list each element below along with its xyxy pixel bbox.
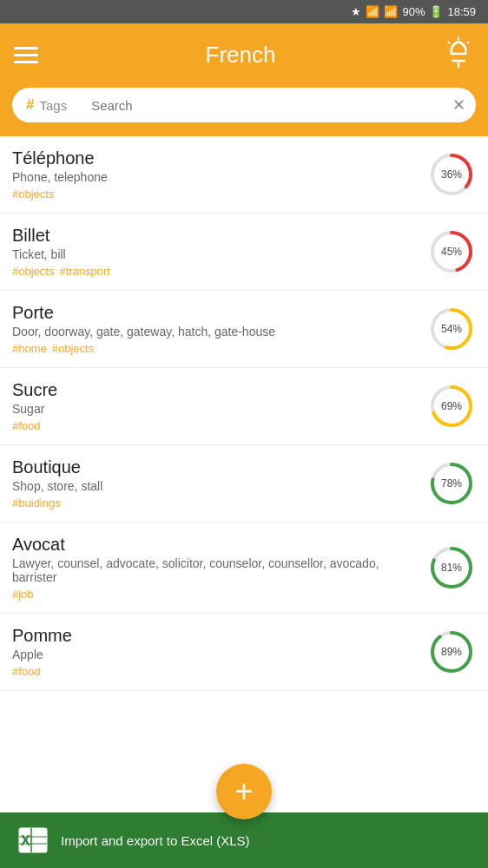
word-tags: #job [12,588,417,601]
tags-label: Tags [39,98,67,113]
page-title: French [206,42,276,69]
word-translation: Lawyer, counsel, advocate, solicitor, co… [12,556,417,584]
svg-text:X: X [21,833,30,848]
word-tags: #home#objects [12,342,417,355]
word-content: Téléphone Phone, telephone #objects [12,148,417,201]
percent-label: 81% [441,562,462,574]
excel-icon: X [17,825,49,856]
list-item[interactable]: Avocat Lawyer, counsel, advocate, solici… [0,523,488,614]
list-item[interactable]: Téléphone Phone, telephone #objects 36% [0,136,488,214]
percent-label: 89% [441,646,462,658]
progress-circle: 36% [427,150,476,199]
tag[interactable]: #transport [59,265,110,278]
list-item[interactable]: Pomme Apple #food 89% [0,614,488,691]
word-translation: Apple [12,648,417,661]
word-list: Téléphone Phone, telephone #objects 36% … [0,136,488,691]
word-tags: #food [12,665,417,678]
progress-circle: 78% [427,459,476,508]
word-content: Porte Door, doorway, gate, gateway, hatc… [12,303,417,355]
hash-icon: # [26,96,34,114]
word-translation: Phone, telephone [12,170,417,184]
search-input-wrap: ✕ [81,86,478,124]
tag[interactable]: #job [12,588,34,601]
bluetooth-icon: ★ [351,5,361,18]
progress-circle: 45% [427,227,476,276]
clear-icon[interactable]: ✕ [452,95,465,115]
word-title: Avocat [12,535,417,555]
signal-icon: 📶 [384,5,398,18]
list-item[interactable]: Sucre Sugar #food 69% [0,368,488,445]
word-content: Avocat Lawyer, counsel, advocate, solici… [12,535,417,601]
word-tags: #food [12,419,417,432]
wifi-icon: 📶 [366,5,379,18]
bottom-banner[interactable]: X Import and export to Excel (XLS) [0,812,488,868]
word-title: Boutique [12,457,417,477]
battery-label: 90% [402,5,425,18]
percent-label: 45% [441,246,462,258]
list-item[interactable]: Boutique Shop, store, stall #buidings 78… [0,445,488,523]
word-content: Boutique Shop, store, stall #buidings [12,457,417,510]
battery-icon: 🔋 [429,5,443,18]
progress-circle: 54% [427,305,476,353]
word-content: Sucre Sugar #food [12,380,417,432]
svg-line-3 [467,42,469,43]
word-tags: #objects [12,187,417,201]
word-title: Téléphone [12,148,417,168]
word-content: Pomme Apple #food [12,626,417,678]
percent-label: 78% [441,477,462,490]
tag[interactable]: #objects [12,265,54,278]
tag[interactable]: #food [12,665,41,678]
header: French [0,23,488,86]
word-content: Billet Ticket, bill #objects#transport [12,226,417,278]
svg-line-4 [448,42,450,43]
list-item[interactable]: Billet Ticket, bill #objects#transport 4… [0,214,488,291]
percent-label: 69% [441,400,462,412]
word-tags: #buidings [12,496,417,510]
tag[interactable]: #objects [12,187,54,201]
word-title: Billet [12,226,417,246]
percent-label: 54% [441,323,462,335]
add-button[interactable]: + [216,764,272,819]
search-bar: # Tags ✕ [0,86,488,136]
word-title: Porte [12,303,417,323]
tag[interactable]: #objects [52,342,94,355]
word-title: Sucre [12,380,417,400]
word-translation: Ticket, bill [12,247,417,261]
word-translation: Sugar [12,402,417,416]
word-tags: #objects#transport [12,265,417,278]
banner-text: Import and export to Excel (XLS) [61,833,250,848]
word-title: Pomme [12,626,417,646]
status-icons: ★ 📶 📶 90% 🔋 18:59 [351,5,476,18]
percent-label: 36% [441,168,462,181]
lamp-icon[interactable] [443,36,474,74]
word-translation: Shop, store, stall [12,479,417,493]
time-label: 18:59 [447,5,476,18]
tag[interactable]: #food [12,419,41,432]
search-input[interactable] [91,98,452,113]
progress-circle: 81% [427,543,476,592]
menu-button[interactable] [14,47,38,63]
tags-button[interactable]: # Tags [10,86,81,124]
progress-circle: 89% [427,628,476,676]
progress-circle: 69% [427,382,476,431]
word-translation: Door, doorway, gate, gateway, hatch, gat… [12,325,417,339]
status-bar: ★ 📶 📶 90% 🔋 18:59 [0,0,488,23]
tag[interactable]: #buidings [12,496,61,510]
list-item[interactable]: Porte Door, doorway, gate, gateway, hatc… [0,291,488,368]
tag[interactable]: #home [12,342,47,355]
